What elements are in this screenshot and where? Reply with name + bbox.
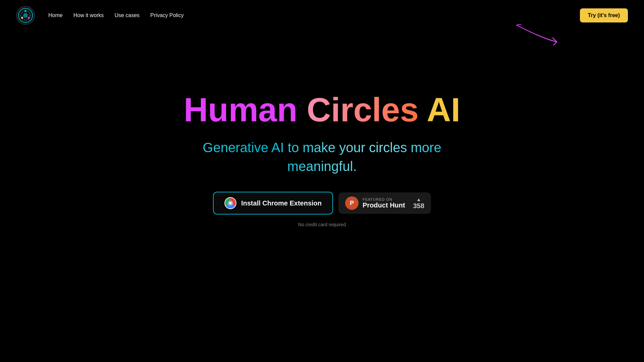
ph-count: ▲ 358: [413, 197, 424, 210]
product-hunt-button[interactable]: P FEATURED ON Product Hunt ▲ 358: [338, 192, 431, 214]
product-hunt-text: FEATURED ON Product Hunt: [363, 197, 405, 209]
nav-home[interactable]: Home: [48, 12, 63, 18]
svg-point-4: [28, 17, 30, 19]
chrome-btn-label: Install Chrome Extension: [241, 199, 322, 207]
ph-upvote-icon: ▲: [416, 197, 421, 202]
hero-title: Human Circles AI: [184, 91, 460, 128]
nav-privacy-policy[interactable]: Privacy Policy: [150, 12, 184, 18]
hero-section: Human Circles AI Generative AI to make y…: [0, 31, 644, 227]
buttons-row: Install Chrome Extension P FEATURED ON P…: [213, 192, 431, 215]
chrome-icon: [224, 197, 236, 209]
svg-point-9: [229, 202, 232, 204]
svg-point-3: [24, 10, 26, 12]
product-hunt-icon: P: [345, 196, 359, 210]
title-human: Human: [184, 91, 298, 128]
hero-subtitle: Generative AI to make your circles more …: [203, 138, 441, 176]
svg-point-2: [23, 13, 28, 18]
ph-name-label: Product Hunt: [363, 201, 405, 209]
ph-featured-label: FEATURED ON: [363, 197, 392, 201]
try-free-button[interactable]: Try (it's free): [580, 8, 628, 22]
title-ai: AI: [427, 91, 460, 128]
no-credit-text: No credit card required: [298, 222, 346, 227]
logo[interactable]: [16, 6, 35, 25]
nav-use-cases[interactable]: Use cases: [114, 12, 140, 18]
chrome-extension-button[interactable]: Install Chrome Extension: [213, 192, 333, 215]
title-circles: Circles: [307, 91, 419, 128]
ph-count-number: 358: [413, 202, 424, 210]
nav-links: Home How it works Use cases Privacy Poli…: [48, 12, 184, 18]
nav-how-it-works[interactable]: How it works: [73, 12, 104, 18]
nav-left: Home How it works Use cases Privacy Poli…: [16, 6, 184, 25]
svg-point-5: [21, 17, 23, 19]
navbar: Home How it works Use cases Privacy Poli…: [0, 0, 644, 31]
